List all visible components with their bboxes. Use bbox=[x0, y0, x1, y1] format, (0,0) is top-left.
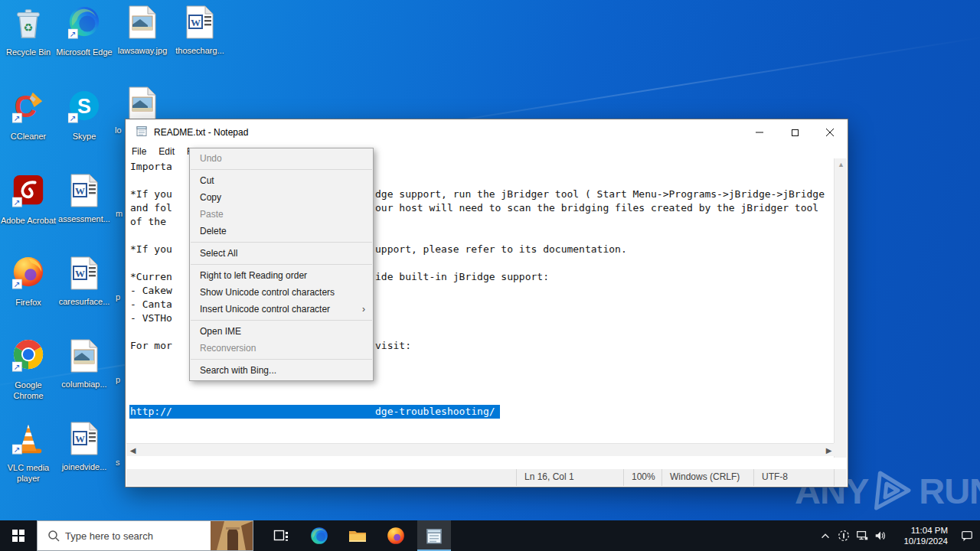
desktop-icon-joinedvide-doc[interactable]: W joinedvide... bbox=[56, 421, 113, 472]
menu-separator bbox=[191, 264, 372, 265]
desktop-icon-columbiap-image[interactable]: columbiap... bbox=[56, 338, 113, 390]
window-title: README.txt - Notepad bbox=[154, 127, 248, 138]
taskbar: Type here to search bbox=[0, 520, 980, 551]
image-file-icon bbox=[70, 338, 99, 377]
action-center-button[interactable] bbox=[954, 520, 980, 551]
desktop-icon-label: Skype bbox=[56, 131, 113, 142]
minimize-button[interactable] bbox=[742, 119, 777, 145]
taskbar-clock[interactable]: 11:04 PM 10/19/2024 bbox=[896, 525, 949, 546]
menu-item-undo: Undo bbox=[190, 150, 373, 167]
text-line: and fol bbox=[130, 201, 172, 215]
scroll-left-arrow-icon[interactable]: ◀ bbox=[126, 446, 139, 455]
google-chrome-icon: ↗ bbox=[11, 337, 46, 377]
edit-context-menu: Undo Cut Copy Paste Delete Select All Ri… bbox=[189, 148, 374, 381]
svg-text:W: W bbox=[75, 433, 85, 445]
desktop-icon-label: VLC media player bbox=[0, 462, 57, 484]
desktop-icon-thosecharg-doc[interactable]: W thosecharg... bbox=[172, 5, 228, 56]
desktop-icon-label: Recycle Bin bbox=[0, 47, 57, 57]
desktop-icon-label: Firefox bbox=[0, 297, 57, 308]
desktop-icon-label: columbiap... bbox=[56, 379, 113, 390]
skype-icon: S↗ bbox=[67, 89, 102, 129]
desktop-icon-recycle-bin[interactable]: ♻ Recycle Bin bbox=[0, 5, 57, 57]
desktop-icon-label: Microsoft Edge bbox=[56, 47, 113, 57]
svg-text:↗: ↗ bbox=[14, 279, 21, 289]
horizontal-scrollbar[interactable]: ◀ ▶ bbox=[126, 443, 835, 456]
svg-text:↗: ↗ bbox=[14, 362, 21, 371]
text-line: *Curren bbox=[130, 270, 172, 284]
vlc-icon: ↗ bbox=[11, 420, 46, 460]
maximize-button[interactable] bbox=[777, 119, 812, 145]
menu-item-rtl-reading-order[interactable]: Right to left Reading order bbox=[190, 267, 373, 284]
chevron-up-icon bbox=[819, 530, 831, 542]
windows-logo-icon bbox=[12, 530, 24, 542]
clock-date: 10/19/2024 bbox=[896, 536, 948, 546]
edge-icon bbox=[309, 526, 329, 546]
taskbar-file-explorer-button[interactable] bbox=[341, 520, 374, 551]
taskbar-edge-button[interactable] bbox=[302, 520, 336, 551]
desktop-icon-microsoft-edge[interactable]: ↗ Microsoft Edge bbox=[56, 5, 113, 57]
word-document-icon: W bbox=[70, 256, 99, 294]
scroll-up-arrow-icon[interactable]: ▲ bbox=[835, 158, 848, 171]
desktop-icon-assessment-doc[interactable]: W assessment... bbox=[56, 173, 113, 224]
desktop-icon-caresurface-doc[interactable]: W caresurface... bbox=[56, 256, 113, 307]
desktop-icon-adobe-acrobat[interactable]: ↗ Adobe Acrobat bbox=[0, 173, 57, 226]
taskbar-firefox-button[interactable] bbox=[379, 520, 413, 551]
menu-item-insert-unicode-control[interactable]: Insert Unicode control character › bbox=[190, 301, 373, 318]
desktop-icon-label-partial: p bbox=[116, 292, 120, 302]
desktop-icon-firefox[interactable]: ↗ Firefox bbox=[0, 255, 57, 308]
system-tray: 11:04 PM 10/19/2024 bbox=[816, 520, 980, 551]
tray-network-button[interactable] bbox=[853, 520, 871, 551]
statusbar-spacer bbox=[126, 469, 516, 486]
desktop-icon-lawsaway-image[interactable]: lawsaway.jpg bbox=[114, 5, 171, 56]
desktop-icon-label: Adobe Acrobat bbox=[0, 215, 57, 226]
text-line: - Canta bbox=[130, 298, 172, 311]
desktop-icon-label: caresurface... bbox=[56, 296, 113, 307]
word-document-icon: W bbox=[70, 173, 99, 211]
word-document-icon: W bbox=[185, 5, 214, 43]
action-center-icon bbox=[960, 529, 974, 543]
svg-text:W: W bbox=[75, 185, 85, 197]
menu-item-show-unicode-controls[interactable]: Show Unicode control characters bbox=[190, 284, 373, 301]
menu-edit[interactable]: Edit bbox=[152, 145, 181, 158]
clock-time: 11:04 PM bbox=[896, 525, 948, 536]
start-button[interactable] bbox=[0, 520, 37, 551]
notepad-icon bbox=[425, 527, 443, 545]
menu-item-select-all[interactable]: Select All bbox=[190, 245, 373, 262]
text-line: - Cakew bbox=[130, 284, 172, 298]
image-file-icon bbox=[128, 5, 157, 43]
menu-item-label: Insert Unicode control character bbox=[200, 304, 330, 315]
text-line: upport, please refer to its documentatio… bbox=[375, 243, 627, 256]
desktop-icon-label-partial: s bbox=[116, 458, 120, 467]
svg-text:W: W bbox=[191, 17, 201, 28]
network-icon bbox=[855, 529, 869, 543]
text-line: our host will need to scan the bridging … bbox=[375, 201, 818, 215]
desktop-icon-google-chrome[interactable]: ↗ Google Chrome bbox=[0, 337, 57, 401]
task-view-button[interactable] bbox=[264, 520, 298, 551]
svg-text:S: S bbox=[77, 95, 91, 118]
recycle-bin-icon: ♻ bbox=[11, 5, 46, 44]
taskbar-search-box[interactable]: Type here to search bbox=[37, 520, 253, 551]
notepad-titlebar[interactable]: README.txt - Notepad bbox=[126, 119, 848, 145]
desktop-icon-label: joinedvide... bbox=[56, 461, 113, 472]
desktop-icon-skype[interactable]: S↗ Skype bbox=[56, 89, 113, 142]
tray-show-hidden-icons-button[interactable] bbox=[816, 520, 835, 551]
desktop-icon-vlc[interactable]: ↗ VLC media player bbox=[0, 420, 57, 484]
taskbar-notepad-button[interactable] bbox=[417, 520, 451, 551]
menu-item-copy[interactable]: Copy bbox=[190, 189, 373, 206]
svg-text:W: W bbox=[75, 268, 85, 279]
ccleaner-icon: C↗ bbox=[11, 89, 46, 129]
close-button[interactable] bbox=[812, 119, 848, 145]
tray-volume-button[interactable] bbox=[871, 520, 890, 551]
desktop-icon-ccleaner[interactable]: C↗ CCleaner bbox=[0, 89, 57, 142]
statusbar-end-cell bbox=[834, 469, 847, 486]
vertical-scrollbar[interactable]: ▲ ▼ bbox=[834, 158, 847, 458]
tray-app-button[interactable] bbox=[835, 520, 853, 551]
menu-item-cut[interactable]: Cut bbox=[190, 172, 373, 189]
selected-text-url-end: dge-troubleshooting/ bbox=[375, 405, 495, 419]
menu-item-search-with-bing[interactable]: Search with Bing... bbox=[190, 362, 373, 379]
menu-file[interactable]: File bbox=[126, 145, 152, 158]
menu-item-delete[interactable]: Delete bbox=[190, 223, 373, 240]
menu-item-open-ime[interactable]: Open IME bbox=[190, 323, 373, 340]
scrollbar-corner bbox=[834, 443, 847, 456]
notepad-app-icon bbox=[136, 125, 148, 140]
